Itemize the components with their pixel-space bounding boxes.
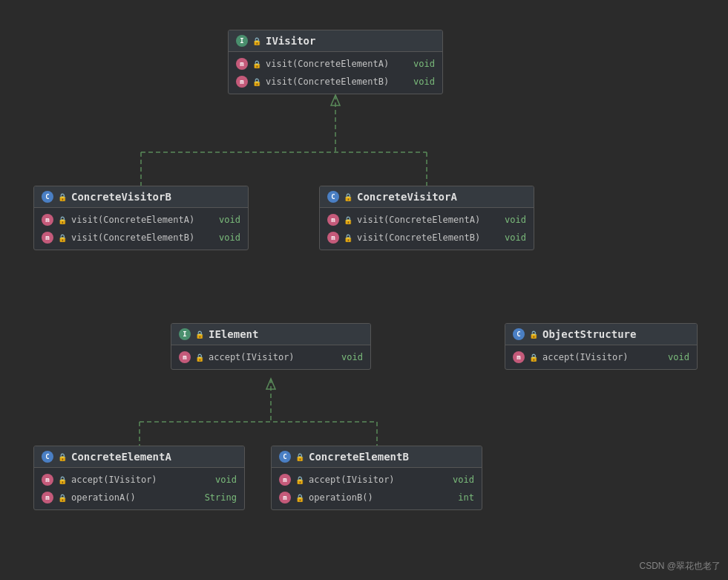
lock-concreteelementb: 🔒 — [295, 453, 304, 461]
lock-icon: 🔒 — [58, 494, 67, 502]
method-name: visit(ConcreteElementB) — [357, 232, 480, 243]
class-body-objectstructure: m 🔒 accept(IVisitor) void — [505, 345, 697, 369]
badge-ivisitor: I — [236, 35, 248, 47]
class-name-ielement: IElement — [209, 328, 258, 340]
method-return: void — [407, 76, 435, 87]
lock-icon: 🔒 — [529, 353, 538, 362]
class-header-concretevisitorb: C 🔒 ConcreteVisitorB — [34, 186, 248, 208]
method-return: int — [452, 492, 474, 503]
method-badge: m — [513, 351, 525, 363]
badge-objectstructure: C — [513, 328, 525, 340]
method-return: String — [199, 492, 237, 503]
svg-marker-9 — [266, 379, 275, 389]
class-header-concreteelementa: C 🔒 ConcreteElementA — [34, 446, 244, 468]
lock-icon: 🔒 — [252, 60, 261, 68]
class-name-concreteelementb: ConcreteElementB — [309, 451, 409, 463]
method-badge: m — [42, 492, 53, 504]
lock-icon: 🔒 — [58, 476, 67, 484]
lock-icon: 🔒 — [58, 234, 67, 242]
method-badge: m — [279, 474, 291, 486]
method-row: m 🔒 visit(ConcreteElementB) void — [229, 73, 442, 91]
method-row: m 🔒 visit(ConcreteElementB) void — [320, 229, 534, 247]
class-header-concretevisitora: C 🔒 ConcreteVisitorA — [320, 186, 534, 208]
method-name: accept(IVisitor) — [309, 475, 395, 485]
class-body-concretevisitorb: m 🔒 visit(ConcreteElementA) void m 🔒 vis… — [34, 208, 248, 250]
badge-ielement: I — [179, 328, 191, 340]
method-return: void — [335, 352, 363, 362]
method-row: m 🔒 accept(IVisitor) void — [34, 471, 244, 489]
method-badge: m — [42, 474, 53, 486]
class-concretevisitora: C 🔒 ConcreteVisitorA m 🔒 visit(ConcreteE… — [319, 186, 534, 250]
lock-ielement: 🔒 — [195, 330, 204, 339]
class-ielement: I 🔒 IElement m 🔒 accept(IVisitor) void — [171, 323, 371, 370]
method-name: operationB() — [309, 492, 373, 503]
method-badge: m — [327, 214, 339, 226]
method-badge: m — [327, 232, 339, 244]
class-ivisitor: I 🔒 IVisitor m 🔒 visit(ConcreteElementA)… — [228, 30, 443, 94]
class-header-ielement: I 🔒 IElement — [171, 324, 370, 345]
method-row: m 🔒 accept(IVisitor) void — [505, 348, 697, 366]
class-body-ivisitor: m 🔒 visit(ConcreteElementA) void m 🔒 vis… — [229, 52, 442, 94]
class-name-ivisitor: IVisitor — [266, 35, 315, 47]
lock-icon: 🔒 — [58, 216, 67, 224]
class-concretevisitorb: C 🔒 ConcreteVisitorB m 🔒 visit(ConcreteE… — [33, 186, 249, 250]
method-badge: m — [279, 492, 291, 504]
lock-icon: 🔒 — [195, 353, 204, 362]
badge-concreteelementb: C — [279, 451, 291, 463]
class-body-ielement: m 🔒 accept(IVisitor) void — [171, 345, 370, 369]
method-badge: m — [236, 76, 248, 88]
diagram-container: I 🔒 IVisitor m 🔒 visit(ConcreteElementA)… — [0, 0, 728, 580]
method-badge: m — [42, 232, 53, 244]
lock-icon: 🔒 — [344, 216, 352, 224]
method-badge: m — [179, 351, 191, 363]
method-name: visit(ConcreteElementA) — [71, 215, 194, 225]
method-row: m 🔒 visit(ConcreteElementA) void — [34, 211, 248, 229]
method-badge: m — [42, 214, 53, 226]
method-return: void — [213, 215, 240, 225]
method-return: void — [499, 215, 526, 225]
method-return: void — [209, 475, 237, 485]
class-body-concreteelementa: m 🔒 accept(IVisitor) void m 🔒 operationA… — [34, 468, 244, 509]
class-body-concretevisitora: m 🔒 visit(ConcreteElementA) void m 🔒 vis… — [320, 208, 534, 250]
method-row: m 🔒 visit(ConcreteElementA) void — [229, 55, 442, 73]
svg-marker-4 — [331, 95, 340, 105]
lock-icon: 🔒 — [295, 476, 304, 484]
class-objectstructure: C 🔒 ObjectStructure m 🔒 accept(IVisitor)… — [505, 323, 698, 370]
method-name: accept(IVisitor) — [71, 475, 157, 485]
class-concreteelementb: C 🔒 ConcreteElementB m 🔒 accept(IVisitor… — [271, 446, 482, 510]
class-concreteelemnta: C 🔒 ConcreteElementA m 🔒 accept(IVisitor… — [33, 446, 245, 510]
lock-concretevisitora: 🔒 — [344, 193, 352, 201]
method-name: accept(IVisitor) — [209, 352, 295, 362]
method-return: void — [499, 232, 526, 243]
method-return: void — [662, 352, 689, 362]
method-row: m 🔒 operationB() int — [272, 489, 482, 506]
method-name: accept(IVisitor) — [542, 352, 629, 362]
lock-concreteelementa: 🔒 — [58, 453, 67, 461]
method-return: void — [447, 475, 474, 485]
class-name-concretevisitorb: ConcreteVisitorB — [71, 191, 171, 203]
watermark: CSDN @翠花也老了 — [639, 560, 721, 573]
method-badge: m — [236, 58, 248, 70]
method-row: m 🔒 accept(IVisitor) void — [171, 348, 370, 366]
lock-concretevisitorb: 🔒 — [58, 193, 67, 201]
badge-concretevisitorb: C — [42, 191, 53, 203]
badge-concretevisitora: C — [327, 191, 339, 203]
class-name-concretevisitora: ConcreteVisitorA — [357, 191, 457, 203]
method-name: visit(ConcreteElementA) — [266, 59, 389, 69]
class-header-objectstructure: C 🔒 ObjectStructure — [505, 324, 697, 345]
lock-icon: 🔒 — [252, 78, 261, 86]
method-name: visit(ConcreteElementB) — [266, 76, 389, 87]
method-name: visit(ConcreteElementB) — [71, 232, 194, 243]
class-header-concreteelementb: C 🔒 ConcreteElementB — [272, 446, 482, 468]
method-return: void — [407, 59, 435, 69]
lock-icon: 🔒 — [344, 234, 352, 242]
method-return: void — [213, 232, 240, 243]
class-name-objectstructure: ObjectStructure — [542, 328, 636, 340]
lock-objectstructure: 🔒 — [529, 330, 538, 339]
method-name: operationA() — [71, 492, 136, 503]
method-row: m 🔒 accept(IVisitor) void — [272, 471, 482, 489]
method-row: m 🔒 visit(ConcreteElementA) void — [320, 211, 534, 229]
class-name-concreteelementa: ConcreteElementA — [71, 451, 171, 463]
method-name: visit(ConcreteElementA) — [357, 215, 480, 225]
method-row: m 🔒 visit(ConcreteElementB) void — [34, 229, 248, 247]
